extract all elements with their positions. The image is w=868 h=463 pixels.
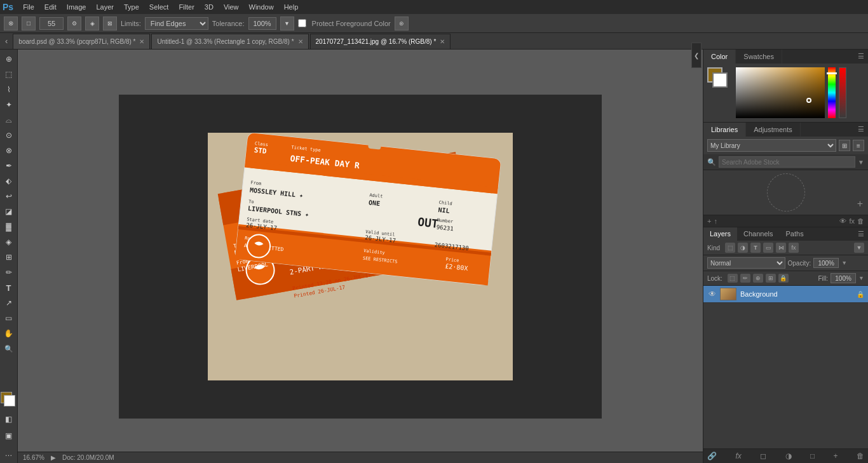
blur-tool[interactable]: ◈ [2,235,16,249]
panel-toggle-button[interactable]: ❮ [691,43,702,68]
library-selector[interactable]: My Library [707,139,836,152]
layer-effects-icon[interactable]: fx [735,452,741,460]
history-brush-tool[interactable]: ↩ [2,189,16,203]
move-tool[interactable]: ⊕ [2,52,16,66]
tab-color[interactable]: Color [703,50,736,64]
color-swatch-container[interactable] [1,392,17,408]
tab-channels[interactable]: Channels [737,227,779,241]
menu-help[interactable]: Help [280,2,303,12]
hand-tool[interactable]: ✋ [2,326,16,340]
tab-swatches[interactable]: Swatches [736,50,782,64]
brush-size-input[interactable] [39,17,64,30]
sync-icon[interactable]: ↑ [714,217,717,225]
screen-mode-tool[interactable]: ▣ [2,429,16,443]
filter-smart-icon[interactable]: ⋈ [776,243,786,253]
lasso-tool[interactable]: ⌇ [2,83,16,97]
menu-3d[interactable]: 3D [200,2,218,12]
crop-tool[interactable]: ⌓ [2,113,16,127]
layer-row-background[interactable]: 👁 Background 🔒 [703,286,868,303]
magic-wand-tool[interactable]: ✦ [2,98,16,112]
color-gradient-picker[interactable] [736,67,825,118]
new-layer-icon[interactable]: + [834,452,838,460]
path-select-tool[interactable]: ↗ [2,296,16,310]
delete-layer-icon[interactable]: 🗑 [857,452,864,460]
airbrush-icon[interactable]: ⊛ [395,17,409,30]
filter-shape-icon[interactable]: ▭ [763,243,773,253]
tab-layers[interactable]: Layers [703,227,737,241]
hue-slider[interactable] [828,67,836,118]
search-expand-icon[interactable]: ▼ [858,159,864,166]
tab-board-psd[interactable]: board.psd @ 33.3% (pcqrp87Li, RGB/8) * ✕ [13,34,150,49]
tab-scroll-left[interactable]: ‹ [3,36,10,46]
filter-effect-icon[interactable]: fx [789,243,799,253]
menu-view[interactable]: View [219,2,243,12]
tab-untitled[interactable]: Untitled-1 @ 33.3% (Rectangle 1 copy, RG… [151,34,308,49]
tab-paths[interactable]: Paths [780,227,810,241]
link-layers-icon[interactable]: 🔗 [707,452,717,460]
preview-icon[interactable]: 👁 [839,217,846,225]
layer-visibility-icon[interactable]: 👁 [707,289,717,299]
eraser-tool[interactable]: ◪ [2,205,16,218]
color-panel-menu[interactable]: ☰ [854,50,868,64]
menu-filter[interactable]: Filter [174,2,198,12]
type-tool[interactable]: T [2,281,16,295]
lock-artboard-icon[interactable]: ⊞ [766,274,776,283]
gradient-tool[interactable]: ▓ [2,220,16,234]
library-list-view[interactable]: ≡ [853,140,864,151]
stock-search-input[interactable] [719,156,855,168]
eyedropper-tool[interactable]: ⊙ [2,128,16,142]
fill-input[interactable] [831,273,856,283]
tab-close-0[interactable]: ✕ [139,38,144,45]
healing-tool[interactable]: ⊗ [2,144,16,158]
tolerance-input[interactable] [248,17,276,30]
pen-tool[interactable]: ✏ [2,265,16,279]
add-mask-icon[interactable]: ◻ [760,452,766,460]
lock-transparent-icon[interactable]: ⬚ [728,274,738,283]
tab-close-2[interactable]: ✕ [440,38,445,45]
brush-settings-icon[interactable]: ⚙ [67,17,81,30]
menu-window[interactable]: Window [245,2,278,12]
menu-layer[interactable]: Layer [92,2,118,12]
background-color[interactable] [4,395,15,406]
shape-tool[interactable]: ▭ [2,311,16,325]
lock-position-icon[interactable]: ⊕ [753,274,763,283]
zoom-tool[interactable]: 🔍 [2,342,16,356]
brush-size-icon[interactable]: □ [22,17,36,30]
opacity-input[interactable] [813,258,839,268]
tolerance-slider-icon[interactable]: ▼ [280,17,294,30]
layers-panel-menu[interactable]: ☰ [854,227,868,241]
add-library-icon[interactable]: + [707,217,711,225]
marquee-tool[interactable]: ⬚ [2,67,16,81]
effects-icon[interactable]: fx [849,217,855,225]
filter-pixel-icon[interactable]: ⬚ [725,243,735,253]
tool-icon-active[interactable]: ⊗ [4,17,18,30]
brush-align-icon[interactable]: ⊠ [103,17,117,30]
menu-image[interactable]: Image [62,2,91,12]
menu-select[interactable]: Select [145,2,173,12]
protect-foreground-checkbox[interactable] [298,19,306,27]
fill-chevron[interactable]: ▼ [858,275,864,281]
tab-jpg-active[interactable]: 20170727_113421.jpg @ 16.7% (RGB/8) * ✕ [310,34,451,49]
library-grid-view[interactable]: ⊞ [839,140,850,151]
brush-mode-icon[interactable]: ◈ [85,17,99,30]
filter-expand-icon[interactable]: ▼ [854,243,864,253]
quick-mask-tool[interactable]: ◧ [2,412,16,426]
adjustment-layer-icon[interactable]: ◑ [785,452,792,460]
delete-library-icon[interactable]: 🗑 [857,217,864,225]
status-arrow[interactable]: ▶ [51,454,56,461]
lock-pixels-icon[interactable]: ✏ [740,274,750,283]
layer-group-icon[interactable]: □ [810,452,815,460]
tab-close-1[interactable]: ✕ [298,38,303,45]
tab-libraries[interactable]: Libraries [703,123,746,137]
stamp-tool[interactable]: ⬖ [2,174,16,188]
background-swatch[interactable] [712,72,728,88]
opacity-slider[interactable] [839,67,846,118]
blend-mode-select[interactable]: Normal [707,257,785,269]
opacity-chevron[interactable]: ▼ [841,260,847,266]
library-add-button[interactable]: + [857,198,863,210]
tab-adjustments[interactable]: Adjustments [746,123,801,137]
libraries-panel-menu[interactable]: ☰ [854,123,868,137]
extra-tools[interactable]: … [2,446,16,460]
menu-type[interactable]: Type [119,2,144,12]
lock-all-icon[interactable]: 🔒 [778,274,789,283]
